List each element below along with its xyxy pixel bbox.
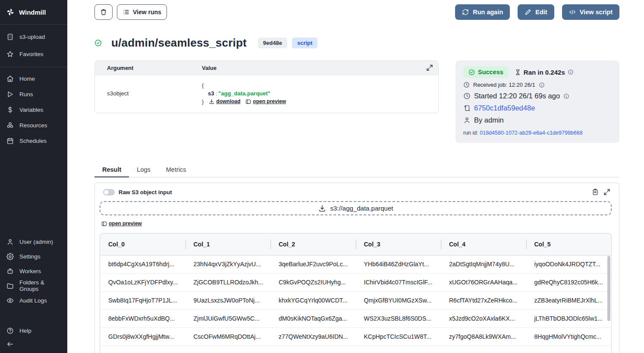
- info-icon[interactable]: [563, 93, 569, 99]
- table-cell: xUGOt76ORGrAAHaqa...: [441, 273, 526, 291]
- trash-icon: [100, 9, 107, 16]
- copy-to-clipboard-icon[interactable]: [592, 189, 599, 195]
- open-preview-link[interactable]: open preview: [245, 98, 286, 106]
- view-script-label: View script: [580, 9, 613, 16]
- raw-s3-toggle[interactable]: [103, 189, 115, 195]
- job-hash-link[interactable]: 6750c1dfa59ed48e: [474, 104, 535, 112]
- sidebar-item-home[interactable]: Home: [0, 71, 67, 86]
- dollar-icon: [6, 106, 14, 113]
- s3-download-box[interactable]: s3://agg_data.parquet: [100, 201, 612, 215]
- column-header[interactable]: Col_4: [441, 233, 526, 255]
- value-column-header: Value: [202, 65, 426, 71]
- open-preview-link[interactable]: open preview: [101, 221, 612, 227]
- sidebar-item-label: Favorites: [19, 51, 44, 57]
- sidebar-item-label: Home: [19, 76, 35, 82]
- sidebar-item-label: s3-upload: [19, 34, 45, 40]
- sidebar-item-favorites[interactable]: Favorites: [0, 45, 67, 63]
- delete-button[interactable]: [94, 4, 113, 20]
- panel-preview-icon: [101, 221, 107, 227]
- run-again-label: Run again: [473, 9, 503, 16]
- sidebar-item-runs[interactable]: Runs: [0, 86, 67, 102]
- table-cell: 9UazLsxzsJW0oPToNj...: [185, 291, 271, 309]
- argument-value: { s3:"agg_data.parquet" } download: [202, 81, 286, 106]
- sidebar-item-s3-upload[interactable]: s3-upload: [0, 28, 67, 45]
- job-hash-row: 6750c1dfa59ed48e: [463, 104, 612, 112]
- code-icon: [569, 9, 576, 16]
- sidebar-item-workers[interactable]: Workers: [0, 264, 67, 278]
- s3-uri: s3://agg_data.parquet: [330, 205, 393, 212]
- table-cell: CscOFwM6MRqDOttAj...: [185, 328, 271, 346]
- view-script-button[interactable]: View script: [562, 4, 619, 20]
- gear-icon: [6, 253, 14, 260]
- table-cell: dM0sKikNOTaqGx6Zga...: [270, 309, 356, 328]
- table-cell: Swb8Iq17FqHjoT7P1JL...: [100, 291, 185, 309]
- sidebar-item-help[interactable]: Help: [0, 323, 67, 338]
- expand-icon[interactable]: [426, 64, 433, 71]
- sidebar-item-folders-groups[interactable]: Folders & Groups: [0, 278, 67, 293]
- column-header[interactable]: Col_2: [270, 233, 356, 255]
- column-header[interactable]: Col_0: [100, 233, 185, 255]
- tab-result[interactable]: Result: [94, 166, 129, 177]
- run-id-link[interactable]: 018d4580-1072-ab29-e6a4-c1de9798b668: [480, 130, 582, 136]
- table-cell: QvOa1oLzKFjYDFPdlxy...: [100, 273, 185, 291]
- sidebar-item-schedules[interactable]: Schedules: [0, 133, 67, 148]
- table-cell: jLThBTbOBJODlc65lw1...: [526, 309, 612, 328]
- json-key: s3: [208, 90, 214, 97]
- tab-logs[interactable]: Logs: [129, 166, 158, 177]
- script-type-badge: script: [292, 38, 317, 48]
- sidebar-item-audit-logs[interactable]: Audit Logs: [0, 293, 67, 308]
- table-cell: iyqoODoNk4JRDQTZT...: [526, 255, 612, 273]
- page-title: u/admin/seamless_script: [111, 36, 247, 50]
- table-cell: 8ebbFxWDxrh5uXdBQ...: [100, 309, 185, 328]
- table-cell: R6cfTAYtd27xZeRHkco...: [441, 291, 526, 309]
- result-panel: Raw S3 object input s3://agg_data.parque…: [94, 183, 619, 353]
- app-window-icon: [6, 33, 14, 41]
- sidebar-item-label: Resources: [19, 122, 47, 129]
- table-cell: YHb64iB46ZdHzGlaYt...: [356, 255, 441, 273]
- table-row[interactable]: bt6dp4CgXsA19T6hdrj...23hN4qxV3jZkYyAzjv…: [100, 255, 611, 273]
- table-row[interactable]: Swb8Iq17FqHjoT7P1JL...9UazLsxzsJW0oPToNj…: [100, 291, 611, 309]
- tab-metrics[interactable]: Metrics: [158, 166, 194, 177]
- table-cell: 8HqgHMolVYtighQcmc...: [526, 328, 612, 346]
- bot-icon: [6, 268, 14, 275]
- download-link[interactable]: download: [209, 98, 240, 106]
- table-cell: ZjGCOB9TLLROdzoJkh...: [185, 273, 271, 291]
- sidebar-item-label: Runs: [19, 91, 33, 98]
- table-row[interactable]: GDrs0j8wXXgfHgjjMtw...CscOFwM6MRqDOttAj.…: [100, 328, 611, 346]
- windmill-brand[interactable]: Windmill: [0, 4, 67, 20]
- check-circle-icon: [468, 69, 475, 76]
- info-icon[interactable]: [568, 69, 574, 75]
- sidebar-pinned-group: s3-upload Favorites: [0, 25, 67, 63]
- json-open-brace: {: [202, 81, 286, 89]
- sidebar-item-label: Audit Logs: [19, 297, 47, 304]
- sidebar-item-settings[interactable]: Settings: [0, 249, 67, 264]
- expand-icon[interactable]: [603, 189, 610, 195]
- run-again-button[interactable]: Run again: [455, 4, 510, 20]
- edit-button[interactable]: Edit: [518, 4, 554, 20]
- view-runs-button[interactable]: View runs: [117, 4, 167, 20]
- argument-name: s3object: [107, 81, 202, 106]
- table-scrollbar[interactable]: [607, 256, 610, 321]
- table-cell: 2aDtSgtIqMnjjM74y8U...: [441, 255, 526, 273]
- argument-column-header: Argument: [107, 65, 202, 71]
- raw-s3-toggle-label: Raw S3 object input: [119, 189, 172, 195]
- sidebar-item-user[interactable]: User (admin): [0, 234, 67, 249]
- info-icon[interactable]: [539, 82, 545, 88]
- table-header-row: Col_0 Col_1 Col_2 Col_3 Col_4 Col_5: [100, 233, 611, 255]
- collapse-sidebar-button[interactable]: [0, 338, 67, 350]
- column-header[interactable]: Col_1: [185, 233, 271, 255]
- help-icon: [6, 327, 14, 334]
- table-cell: x5Jzd9cO2oXAxla6KX...: [441, 309, 526, 328]
- run-id-row: run id: 018d4580-1072-ab29-e6a4-c1de9798…: [463, 130, 612, 136]
- column-header[interactable]: Col_5: [526, 233, 612, 255]
- table-row[interactable]: QvOa1oLzKFjYDFPdlxy...ZjGCOB9TLLROdzoJkh…: [100, 273, 611, 291]
- download-icon: [318, 205, 326, 212]
- table-cell: KCpHpcTCIcSCu1W8T...: [356, 328, 441, 346]
- sidebar-item-resources[interactable]: Resources: [0, 117, 67, 133]
- column-header[interactable]: Col_3: [356, 233, 441, 255]
- table-cell: ZjmlJUiGwfU5GWw5C...: [185, 309, 271, 328]
- sidebar-item-variables[interactable]: Variables: [0, 102, 67, 117]
- json-close-brace: }: [202, 98, 204, 106]
- sidebar-secondary-group: User (admin) Settings Workers Folders & …: [0, 231, 67, 308]
- table-row[interactable]: 8ebbFxWDxrh5uXdBQ...ZjmlJUiGwfU5GWw5C...…: [100, 309, 611, 328]
